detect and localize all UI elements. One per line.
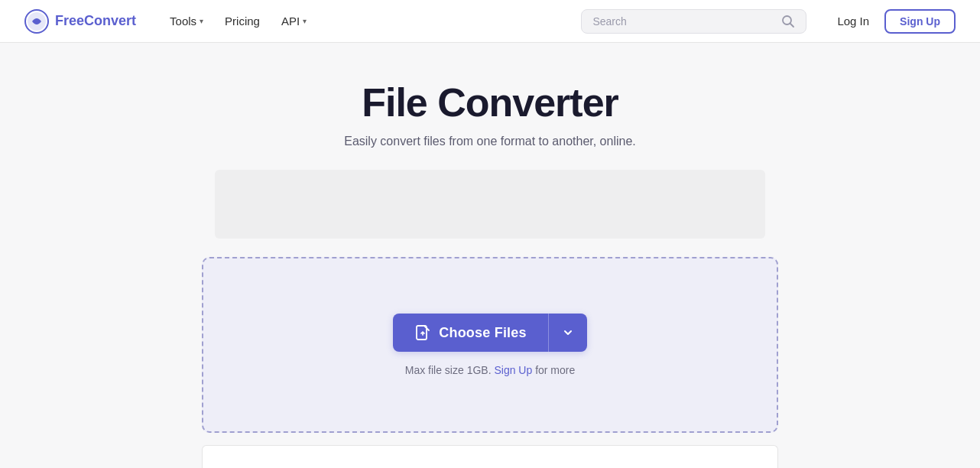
- signup-button[interactable]: Sign Up: [884, 9, 956, 34]
- choose-files-dropdown-button[interactable]: [548, 314, 587, 352]
- file-size-note: Max file size 1GB. Sign Up for more: [405, 364, 576, 376]
- center-content: File Converter Easily convert files from…: [183, 43, 797, 468]
- logo-text: FreeConvert: [55, 13, 136, 29]
- ad-banner: [215, 170, 765, 239]
- signup-link[interactable]: Sign Up: [494, 364, 532, 376]
- api-chevron-icon: ▾: [303, 17, 307, 25]
- logo[interactable]: FreeConvert: [24, 9, 136, 34]
- svg-line-3: [790, 23, 794, 27]
- search-icon: [781, 15, 795, 28]
- nav-links: Tools ▾ Pricing API ▾: [161, 10, 557, 32]
- search-bar: [581, 9, 806, 34]
- drop-zone[interactable]: Choose Files Max file size 1GB. Sign Up …: [202, 257, 778, 433]
- right-panel: [797, 43, 980, 468]
- choose-files-button[interactable]: Choose Files: [393, 314, 547, 352]
- nav-item-pricing[interactable]: Pricing: [216, 10, 269, 32]
- tools-chevron-icon: ▾: [200, 17, 203, 25]
- login-button[interactable]: Log In: [831, 10, 875, 32]
- file-upload-icon: [414, 324, 431, 341]
- bottom-partial: [202, 445, 778, 468]
- nav-auth: Log In Sign Up: [831, 9, 956, 34]
- page-title: File Converter: [362, 80, 618, 125]
- nav-item-tools[interactable]: Tools ▾: [161, 10, 213, 32]
- navbar: FreeConvert Tools ▾ Pricing API ▾ Log In…: [0, 0, 980, 43]
- choose-files-group: Choose Files: [393, 314, 586, 352]
- logo-icon: [24, 9, 49, 34]
- page-subtitle: Easily convert files from one format to …: [344, 135, 636, 148]
- search-input[interactable]: [592, 15, 775, 28]
- page-layout: File Converter Easily convert files from…: [0, 43, 980, 468]
- nav-item-api[interactable]: API ▾: [272, 10, 316, 32]
- chevron-down-icon: [563, 327, 573, 338]
- left-panel: [0, 43, 183, 468]
